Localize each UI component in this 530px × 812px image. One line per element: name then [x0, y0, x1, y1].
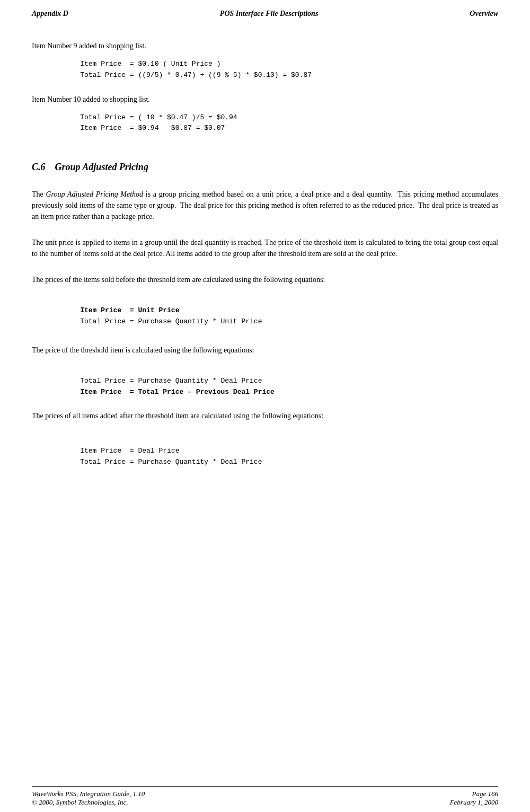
item9-code: Item Price = $0.10 ( Unit Price ) Total … — [64, 59, 498, 81]
item10-code-line2: Item Price = $0.94 – $0.87 = $0.07 — [64, 124, 225, 132]
footer-right-line1: Page 166 — [450, 790, 498, 798]
header-right: Overview — [470, 10, 498, 18]
item9-code-line1: Item Price = $0.10 ( Unit Price ) — [64, 60, 220, 68]
footer-left-line2: © 2000, Symbol Technologies, Inc. — [32, 798, 145, 807]
item10-code: Total Price = ( 10 * $0.47 )/5 = $0.94 I… — [64, 112, 498, 135]
para1: The Group Adjusted Pricing Method is a g… — [32, 189, 498, 222]
para2: The unit price is applied to items in a … — [32, 237, 498, 259]
item10-code-line1: Total Price = ( 10 * $0.47 )/5 = $0.94 — [64, 113, 237, 121]
para3: The prices of the items sold before the … — [32, 274, 498, 285]
section-number: C.6 — [32, 162, 46, 172]
page: Appendix D POS Interface File Descriptio… — [0, 0, 530, 812]
item9-intro: Item Number 9 added to shopping list. — [32, 40, 498, 51]
page-header: Appendix D POS Interface File Descriptio… — [32, 0, 498, 23]
footer-left-line1: WaveWorks PSS, Integration Guide, 1.10 — [32, 790, 145, 798]
section-heading: C.6 Group Adjusted Pricing — [32, 162, 498, 173]
footer-left: WaveWorks PSS, Integration Guide, 1.10 ©… — [32, 790, 145, 807]
item10-intro: Item Number 10 added to shopping list. — [32, 94, 498, 105]
after-code-line1: Item Price = Deal Price — [64, 447, 179, 455]
after-code-line2: Total Price = Purchase Quantity * Deal P… — [64, 458, 262, 466]
before-code-line2: Total Price = Purchase Quantity * Unit P… — [64, 317, 262, 325]
section-title: Group Adjusted Pricing — [55, 162, 148, 172]
before-threshold-code: Item Price = Unit Price Total Price = Pu… — [64, 305, 498, 328]
para5: The prices of all items added after the … — [32, 410, 498, 421]
threshold-code: Total Price = Purchase Quantity * Deal P… — [64, 376, 498, 398]
header-left: Appendix D — [32, 10, 68, 18]
threshold-code-line2: Item Price = Total Price – Previous Deal… — [64, 388, 275, 396]
threshold-code-line1: Total Price = Purchase Quantity * Deal P… — [64, 377, 262, 385]
footer-right: Page 166 February 1, 2000 — [450, 790, 498, 807]
after-threshold-code: Item Price = Deal Price Total Price = Pu… — [64, 446, 498, 468]
header-center: POS Interface File Descriptions — [220, 10, 319, 18]
item9-code-line2: Total Price = ((9/5) * 0.47) + ((9 % 5) … — [64, 71, 312, 79]
before-code-line1: Item Price = Unit Price — [64, 306, 179, 314]
para4: The price of the threshold item is calcu… — [32, 345, 498, 356]
footer-right-line2: February 1, 2000 — [450, 798, 498, 807]
page-footer: WaveWorks PSS, Integration Guide, 1.10 ©… — [32, 786, 498, 812]
main-content: Item Number 9 added to shopping list. It… — [32, 23, 498, 786]
